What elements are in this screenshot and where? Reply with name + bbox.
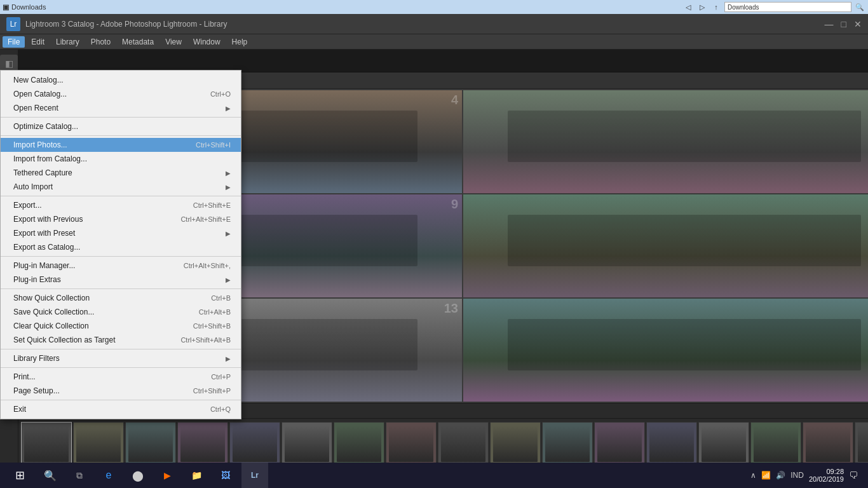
menu-item-7[interactable]: Auto Import▶ (1, 180, 241, 194)
taskbar-chrome-icon[interactable]: ⬤ (125, 463, 151, 488)
menu-view[interactable]: View (160, 36, 187, 48)
photo-num-0: 4 (451, 93, 458, 107)
taskbar-photos-icon[interactable]: 🖼 (212, 463, 239, 488)
menu-photo[interactable]: Photo (86, 36, 116, 48)
menu-item-9[interactable]: Export with PreviousCtrl+Alt+Shift+E (1, 212, 241, 226)
taskbar-search-icon[interactable]: 🔍 (37, 463, 64, 488)
menu-item-10[interactable]: Export with Preset▶ (1, 226, 241, 240)
menu-sep-2 (1, 117, 241, 118)
menu-item-4[interactable]: Import Photos...Ctrl+Shift+I (1, 138, 241, 152)
film-thumb-14[interactable] (750, 422, 801, 466)
taskbar-network-icon[interactable]: 📶 (761, 471, 771, 480)
taskbar-media-icon[interactable]: ▶ (154, 463, 180, 488)
film-thumb-0[interactable] (21, 422, 72, 466)
menu-item-label-13: Plug-in Extras (13, 275, 61, 284)
menu-shortcut-21: Ctrl+Q (210, 405, 231, 413)
menu-item-label-0: New Catalog... (13, 76, 64, 85)
menu-item-13[interactable]: Plug-in Extras▶ (1, 273, 241, 287)
start-button[interactable]: ⊞ (5, 463, 34, 488)
menu-window[interactable]: Window (188, 36, 226, 48)
menu-item-20[interactable]: Page Setup...Ctrl+Shift+P (1, 384, 241, 398)
win-address-bar[interactable]: Downloads (724, 2, 851, 12)
film-thumb-15[interactable] (803, 422, 853, 466)
menu-item-label-3: Optimize Catalog... (13, 122, 78, 131)
close-btn[interactable]: ✕ (854, 19, 862, 29)
menu-edit[interactable]: Edit (26, 36, 50, 48)
menu-help[interactable]: Help (227, 36, 253, 48)
film-thumb-2[interactable] (125, 422, 176, 466)
menu-item-21[interactable]: ExitCtrl+Q (1, 402, 241, 416)
menu-item-label-14: Show Quick Collection (13, 294, 90, 302)
menu-item-label-11: Export as Catalog... (13, 243, 80, 252)
film-thumb-3[interactable] (177, 422, 228, 466)
menu-item-12[interactable]: Plug-in Manager...Ctrl+Alt+Shift+, (1, 259, 241, 273)
menu-shortcut-19: Ctrl+P (211, 373, 231, 381)
film-thumb-4[interactable] (229, 422, 280, 466)
menu-metadata[interactable]: Metadata (117, 36, 159, 48)
menu-item-5[interactable]: Import from Catalog... (1, 152, 241, 166)
photo-placeholder-9: 15 (463, 299, 868, 402)
menu-item-11[interactable]: Export as Catalog... (1, 240, 241, 254)
menu-item-label-7: Auto Import (13, 182, 53, 191)
menu-item-2[interactable]: Open Recent▶ (1, 101, 241, 115)
menu-shortcut-16: Ctrl+Shift+B (193, 322, 231, 330)
menu-item-label-19: Print... (13, 372, 36, 381)
taskbar-date-value: 20/02/2019 (809, 475, 844, 483)
film-thumb-16[interactable] (855, 422, 868, 466)
minimize-btn[interactable]: — (825, 19, 834, 29)
menu-item-3[interactable]: Optimize Catalog... (1, 119, 241, 133)
menu-item-8[interactable]: Export...Ctrl+Shift+E (1, 198, 241, 212)
menu-file[interactable]: File (3, 36, 25, 48)
menu-shortcut-15: Ctrl+Alt+B (199, 308, 231, 316)
menu-item-label-10: Export with Preset (13, 229, 75, 238)
film-thumb-8[interactable] (438, 422, 489, 466)
taskbar-edge-icon[interactable]: e (95, 463, 122, 488)
win-forward-btn[interactable]: ▷ (696, 1, 708, 13)
menu-sep-7 (1, 196, 241, 196)
win-search-btn[interactable]: 🔍 (854, 1, 865, 13)
taskbar-clock[interactable]: 09:28 20/02/2019 (809, 468, 844, 483)
win-up-btn[interactable]: ↑ (710, 1, 722, 13)
taskbar-chevron-icon[interactable]: ∧ (750, 471, 756, 480)
menu-item-14[interactable]: Show Quick CollectionCtrl+B (1, 291, 241, 305)
menu-item-19[interactable]: Print...Ctrl+P (1, 370, 241, 384)
menu-item-15[interactable]: Save Quick Collection...Ctrl+Alt+B (1, 305, 241, 319)
taskbar-lr-icon[interactable]: Lr (241, 463, 268, 488)
film-thumb-10[interactable] (542, 422, 593, 466)
photo-cell-5[interactable]: 10 (463, 194, 868, 297)
film-thumb-9[interactable] (490, 422, 541, 466)
film-thumb-1[interactable] (73, 422, 124, 466)
menu-item-18[interactable]: Library Filters▶ (1, 351, 241, 365)
menu-item-label-5: Import from Catalog... (13, 154, 87, 163)
menu-item-label-6: Tethered Capture (13, 168, 72, 177)
film-thumb-11[interactable] (594, 422, 645, 466)
taskbar-task-view-icon[interactable]: ⧉ (66, 463, 93, 488)
menu-item-label-17: Set Quick Collection as Target (13, 336, 116, 344)
taskbar-volume-icon[interactable]: 🔊 (776, 471, 785, 480)
menu-sep-20 (1, 400, 241, 400)
photo-cell-9[interactable]: 15 (463, 299, 868, 402)
win-taskbar-label: ▣ (3, 3, 9, 11)
photo-cell-1[interactable]: 5 (463, 90, 868, 193)
film-thumb-13[interactable] (698, 422, 749, 466)
menu-item-0[interactable]: New Catalog... (1, 73, 241, 87)
maximize-btn[interactable]: □ (841, 19, 846, 29)
menu-shortcut-20: Ctrl+Shift+P (193, 387, 231, 395)
taskbar-notification-icon[interactable]: 🗨 (849, 470, 858, 480)
film-thumb-5[interactable] (281, 422, 332, 466)
menu-item-1[interactable]: Open Catalog...Ctrl+O (1, 87, 241, 101)
menubar: File Edit Library Photo Metadata View Wi… (0, 34, 868, 50)
menu-item-label-8: Export... (13, 201, 42, 210)
film-thumb-7[interactable] (386, 422, 437, 466)
film-thumb-12[interactable] (646, 422, 697, 466)
menu-shortcut-9: Ctrl+Alt+Shift+E (180, 215, 231, 223)
menu-item-17[interactable]: Set Quick Collection as TargetCtrl+Shift… (1, 333, 241, 347)
menu-library[interactable]: Library (51, 36, 85, 48)
menu-item-label-21: Exit (13, 405, 26, 414)
win-back-btn[interactable]: ◁ (682, 1, 694, 13)
film-thumb-6[interactable] (334, 422, 384, 466)
menu-item-16[interactable]: Clear Quick CollectionCtrl+Shift+B (1, 319, 241, 333)
menu-shortcut-14: Ctrl+B (211, 294, 231, 302)
menu-item-6[interactable]: Tethered Capture▶ (1, 166, 241, 180)
taskbar-folder-icon[interactable]: 📁 (183, 463, 210, 488)
